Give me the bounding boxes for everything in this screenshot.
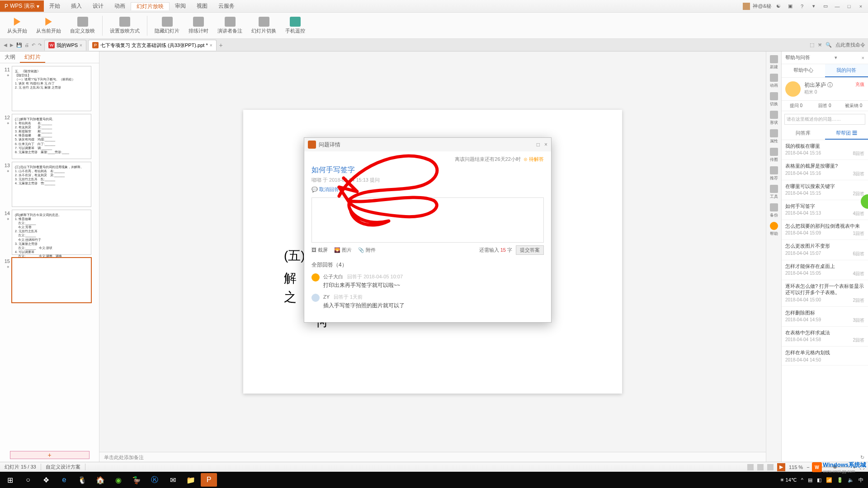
menu-6[interactable]: 视图	[191, 2, 213, 10]
menu-1[interactable]: 插入	[66, 2, 87, 10]
ribbon-btn-4[interactable]: 隐藏幻灯片	[151, 16, 183, 35]
help-item-3[interactable]: 如何手写签字2018-04-04 15:134回答	[782, 200, 868, 220]
ribbon-btn-0[interactable]: 从头开始	[4, 16, 31, 35]
tab-back-icon[interactable]: ◀	[3, 42, 8, 48]
side-item-5[interactable]: 传图	[768, 148, 780, 163]
help-item-2[interactable]: 在哪里可以搜索关键字2018-04-04 15:152回答	[782, 180, 868, 200]
help-question-list[interactable]: 我的模板在哪里2018-04-04 15:168回答表格里的截屏是按哪里?201…	[782, 140, 868, 453]
attach-tool[interactable]: 📎 附件	[358, 247, 376, 253]
submit-answer-button[interactable]: 提交答案	[516, 245, 544, 255]
add-slide-button[interactable]: +	[10, 451, 90, 459]
help-tab-myqa[interactable]: 我的问答	[825, 64, 868, 77]
side-item-2[interactable]: 切换	[768, 92, 780, 107]
selection-icon[interactable]: ⤧	[818, 42, 822, 48]
ribbon-btn-1[interactable]: 从当前开始	[33, 16, 65, 35]
modal-titlebar[interactable]: 问题详情 □ ×	[304, 138, 551, 151]
ribbon-btn-5[interactable]: 排练计时	[185, 16, 212, 35]
app-icon-4[interactable]: Ⓚ	[146, 473, 163, 487]
skin-icon[interactable]: ▣	[786, 3, 795, 9]
help-item-7[interactable]: 逐环表怎么做? 打开一个表标签显示还可以打开多个子表格。2018-04-04 1…	[782, 280, 868, 307]
pin-icon[interactable]: ▭	[821, 3, 830, 9]
zoom-out-button[interactable]: −	[807, 465, 809, 470]
file-tab-1[interactable]: P七下专项复习 文言文基础训练 (共33张PPT).ppt *×	[88, 40, 217, 51]
screenshot-tool[interactable]: 🖼 截屏	[311, 247, 328, 253]
help-item-8[interactable]: 怎样删除图标2018-04-04 14:593回答	[782, 307, 868, 327]
help-subtab-qa[interactable]: 问答库	[782, 127, 825, 140]
ribbon-btn-3[interactable]: 设置放映方式	[106, 16, 143, 35]
menu-2[interactable]: 设计	[87, 2, 109, 10]
help-panel-close-icon[interactable]: ×	[862, 55, 864, 61]
help-item-9[interactable]: 在表格中怎样求减法2018-04-04 14:582回答	[782, 327, 868, 347]
user-name[interactable]: 神@&秘	[753, 3, 771, 9]
edge-icon[interactable]: e	[56, 473, 72, 487]
side-item-6[interactable]: 推荐	[768, 166, 780, 181]
slideshow-play-button[interactable]: ▶	[777, 463, 785, 471]
file-tab-0[interactable]: W我的WPS×	[44, 40, 86, 51]
help-item-10[interactable]: 怎样在单元格内划线2018-04-04 14:50	[782, 347, 868, 365]
thumb-14[interactable]: (四)解释下列古今异义词的意思。1. 惟吾德馨 古义:______ 今义:芳香2…	[12, 210, 91, 255]
help-item-6[interactable]: 怎样才能保存在桌面上2018-04-04 15:054回答	[782, 260, 868, 280]
view-reading-icon[interactable]	[767, 464, 774, 470]
tab-redo-icon[interactable]: ↷	[37, 42, 42, 48]
recharge-link[interactable]: 充值	[855, 81, 864, 97]
tray-up-icon[interactable]: ^	[801, 477, 803, 483]
ribbon-btn-8[interactable]: 手机遥控	[282, 16, 309, 35]
menu-0[interactable]: 开始	[44, 2, 66, 10]
menu-4[interactable]: 幻灯片放映	[131, 2, 170, 10]
dropdown-icon[interactable]: ▾	[809, 3, 818, 9]
side-item-4[interactable]: 属性	[768, 129, 780, 144]
thumb-row-12[interactable]: 12✦(二)解释下列加着重号的词。1. 有仙则名 名:______2. 有龙则灵…	[2, 114, 97, 159]
answer-textarea[interactable]	[311, 197, 544, 243]
side-item-3[interactable]: 形状	[768, 111, 780, 126]
ribbon-btn-2[interactable]: 自定义放映	[66, 16, 99, 35]
side-item-7[interactable]: 工具	[768, 185, 780, 200]
help-tab-center[interactable]: 帮助中心	[782, 64, 825, 77]
wps-taskbar-icon[interactable]: P	[201, 473, 217, 487]
taskview-button[interactable]: ❖	[38, 473, 54, 487]
view-normal-icon[interactable]	[747, 464, 754, 470]
help-search-input[interactable]: 请在这里概述你的问题……	[784, 114, 865, 125]
menu-7[interactable]: 云服务	[213, 2, 240, 10]
status-design-scheme[interactable]: 自定义设计方案	[41, 464, 85, 470]
sync-icon[interactable]: ☯	[774, 3, 783, 9]
battery-icon[interactable]: 🔋	[837, 477, 843, 483]
menu-3[interactable]: 动画	[109, 2, 131, 10]
ribbon-btn-7[interactable]: 幻灯片切换	[248, 16, 280, 35]
ribbon-btn-6[interactable]: 演讲者备注	[214, 16, 246, 35]
tab-close-icon[interactable]: ×	[210, 43, 212, 48]
help-item-1[interactable]: 表格里的截屏是按哪里?2018-04-04 15:163回答	[782, 160, 868, 180]
side-item-9[interactable]: 帮助	[768, 222, 780, 237]
thumb-12[interactable]: (二)解释下列加着重号的词。1. 有仙则名 名:______2. 有龙则灵 灵:…	[12, 114, 91, 159]
thumb-row-14[interactable]: 14✦(四)解释下列古今异义词的意思。1. 惟吾德馨 古义:______ 今义:…	[2, 210, 97, 255]
thumb-15[interactable]	[12, 258, 91, 303]
side-item-8[interactable]: 备份	[768, 203, 780, 218]
start-button[interactable]: ⊞	[2, 473, 18, 487]
notes-bar[interactable]: 单击此处添加备注	[99, 452, 766, 462]
tab-save-icon[interactable]: 💾	[15, 42, 23, 48]
app-logo[interactable]: P WPS 演示 ▾	[0, 0, 44, 12]
home-icon[interactable]: 🏠	[92, 473, 108, 487]
explorer-icon[interactable]: 📁	[183, 473, 199, 487]
search-hint[interactable]: 点此查找命令	[835, 42, 865, 48]
help-subtab-team[interactable]: 帮帮团 ☰	[825, 127, 868, 140]
tab-print-icon[interactable]: 🖨	[24, 42, 30, 48]
tab-close-icon[interactable]: ×	[80, 43, 82, 48]
minimize-button[interactable]: —	[833, 4, 842, 9]
slide-thumbnails[interactable]: 11✦五、《陋室铭篇》【随堂练】（一）请用"/"给下列句子断句。（标四处）1. …	[0, 63, 99, 448]
side-item-1[interactable]: 动画	[768, 74, 780, 89]
modal-close-button[interactable]: ×	[544, 141, 547, 148]
cortana-button[interactable]: ○	[20, 473, 36, 487]
wifi-icon[interactable]: 📶	[826, 477, 832, 483]
thumb-11[interactable]: 五、《陋室铭篇》【随堂练】（一）请用"/"给下列句子断句。（标四处）1. 谈笑 …	[12, 66, 91, 111]
reader-mode-icon[interactable]: ⬚	[810, 42, 814, 48]
tray-icon-2[interactable]: ◧	[817, 477, 821, 483]
cancel-answer-link[interactable]: 💬 取消回答 ▾	[311, 186, 343, 193]
help-icon[interactable]: ?	[797, 4, 807, 9]
thumb-13[interactable]: (三)指出下列加着重号的词的活用现象，并解释。1. 山不在高，有仙则名 名:__…	[12, 162, 91, 207]
side-item-0[interactable]: 新建	[768, 55, 780, 70]
thumb-row-15[interactable]: 15✦	[2, 258, 97, 303]
app-dropdown-icon[interactable]: ▾	[37, 3, 39, 9]
close-button[interactable]: ×	[856, 4, 865, 9]
view-sorter-icon[interactable]	[757, 464, 764, 470]
volume-icon[interactable]: 🔈	[848, 477, 854, 483]
